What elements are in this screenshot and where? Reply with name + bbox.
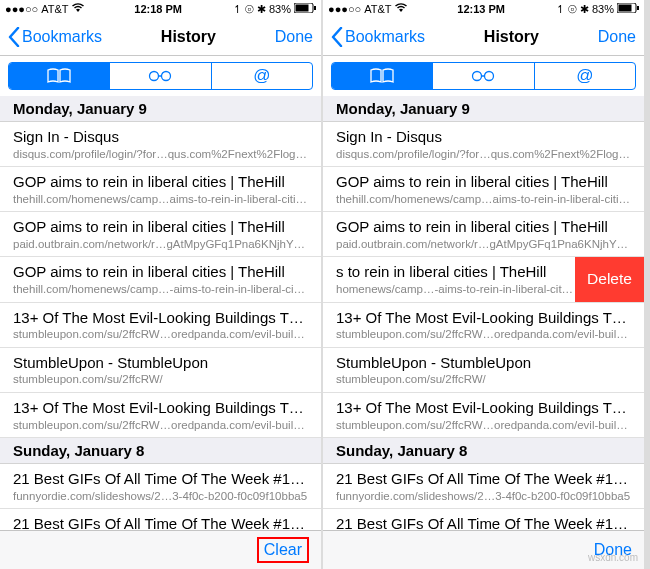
status-time: 12:18 PM <box>134 3 182 15</box>
tab-shared-links[interactable]: @ <box>535 63 635 89</box>
history-row[interactable]: StumbleUpon - StumbleUponstumbleupon.com… <box>0 348 321 393</box>
row-title: 21 Best GIFs Of All Time Of The Week #17… <box>13 515 308 530</box>
row-url: funnyordie.com/slideshows/2…3-4f0c-b200-… <box>336 489 631 503</box>
history-row[interactable]: Sign In - Disqusdisqus.com/profile/login… <box>323 122 644 167</box>
row-title: Sign In - Disqus <box>13 128 308 147</box>
svg-point-3 <box>150 72 159 81</box>
history-row[interactable]: GOP aims to rein in liberal cities | The… <box>323 167 644 212</box>
history-row[interactable]: 21 Best GIFs Of All Time Of The Week #17… <box>0 509 321 530</box>
tab-reading-list[interactable] <box>110 63 211 89</box>
tab-bookmarks[interactable] <box>332 63 433 89</box>
clear-button[interactable]: Clear <box>257 537 309 563</box>
history-row[interactable]: s to rein in liberal cities | TheHillhom… <box>323 257 644 302</box>
row-url: homenews/camp…-aims-to-rein-in-liberal-c… <box>336 282 575 296</box>
bottom-toolbar: Done <box>323 530 644 569</box>
svg-rect-7 <box>618 5 631 12</box>
history-row[interactable]: Sign In - Disqusdisqus.com/profile/login… <box>0 122 321 167</box>
row-title: 21 Best GIFs Of All Time Of The Week #17… <box>336 470 631 489</box>
wifi-icon <box>395 3 407 15</box>
status-bar: ●●●○○ AT&T 12:13 PM ↿ ⦾ ✱ 83% <box>323 0 644 18</box>
svg-rect-1 <box>295 5 308 12</box>
row-url: disqus.com/profile/login/?for…qus.com%2F… <box>336 147 631 161</box>
svg-point-9 <box>473 72 482 81</box>
chevron-left-icon <box>8 27 20 47</box>
section-header: Sunday, January 8 <box>0 438 321 464</box>
nav-bar: Bookmarks History Done <box>0 18 321 56</box>
history-list-right[interactable]: Monday, January 9Sign In - Disqusdisqus.… <box>323 96 644 530</box>
row-title: GOP aims to rein in liberal cities | The… <box>336 218 631 237</box>
carrier-label: AT&T <box>41 3 68 15</box>
segmented-control: @ <box>331 62 636 90</box>
chevron-left-icon <box>331 27 343 47</box>
book-icon <box>369 68 395 84</box>
at-icon: @ <box>253 66 270 86</box>
row-title: StumbleUpon - StumbleUpon <box>13 354 308 373</box>
segmented-control: @ <box>8 62 313 90</box>
tab-shared-links[interactable]: @ <box>212 63 312 89</box>
status-indicators-icon: ↿ ⦾ ✱ <box>556 3 589 16</box>
history-row[interactable]: 13+ Of The Most Evil-Looking Buildings T… <box>0 393 321 438</box>
done-button[interactable]: Done <box>598 28 636 46</box>
svg-point-4 <box>162 72 171 81</box>
row-url: thehill.com/homenews/camp…aims-to-rein-i… <box>336 192 631 206</box>
row-title: 13+ Of The Most Evil-Looking Buildings T… <box>13 309 308 328</box>
section-header: Monday, January 9 <box>323 96 644 122</box>
row-title: GOP aims to rein in liberal cities | The… <box>13 218 308 237</box>
book-icon <box>46 68 72 84</box>
row-title: GOP aims to rein in liberal cities | The… <box>13 173 308 192</box>
carrier-label: AT&T <box>364 3 391 15</box>
history-row[interactable]: 13+ Of The Most Evil-Looking Buildings T… <box>323 303 644 348</box>
signal-dots-icon: ●●●○○ <box>328 3 361 15</box>
battery-icon <box>294 3 316 15</box>
row-title: 21 Best GIFs Of All Time Of The Week #17… <box>336 515 631 530</box>
back-label: Bookmarks <box>345 28 425 46</box>
battery-percent: 83% <box>592 3 614 15</box>
row-url: funnyordie.com/slideshows/2…3-4f0c-b200-… <box>13 489 308 503</box>
history-row[interactable]: 13+ Of The Most Evil-Looking Buildings T… <box>323 393 644 438</box>
at-icon: @ <box>576 66 593 86</box>
page-title: History <box>161 28 216 46</box>
row-title: StumbleUpon - StumbleUpon <box>336 354 631 373</box>
delete-button[interactable]: Delete <box>575 257 644 301</box>
battery-icon <box>617 3 639 15</box>
bottom-toolbar: Clear <box>0 530 321 569</box>
history-list-left[interactable]: Monday, January 9Sign In - Disqusdisqus.… <box>0 96 321 530</box>
right-screenshot: ●●●○○ AT&T 12:13 PM ↿ ⦾ ✱ 83% Bookmarks … <box>323 0 646 569</box>
history-row[interactable]: 21 Best GIFs Of All Time Of The Week #17… <box>323 509 644 530</box>
svg-rect-2 <box>314 6 316 10</box>
battery-percent: 83% <box>269 3 291 15</box>
history-row[interactable]: 21 Best GIFs Of All Time Of The Week #17… <box>323 464 644 509</box>
row-url: thehill.com/homenews/camp…aims-to-rein-i… <box>13 192 308 206</box>
row-title: s to rein in liberal cities | TheHill <box>336 263 575 282</box>
row-url: disqus.com/profile/login/?for…qus.com%2F… <box>13 147 308 161</box>
row-url: thehill.com/homenews/camp…-aims-to-rein-… <box>13 282 308 296</box>
history-row[interactable]: StumbleUpon - StumbleUponstumbleupon.com… <box>323 348 644 393</box>
row-url: stumbleupon.com/su/2ffcRW…oredpanda.com/… <box>336 418 631 432</box>
history-row[interactable]: 13+ Of The Most Evil-Looking Buildings T… <box>0 303 321 348</box>
history-row[interactable]: GOP aims to rein in liberal cities | The… <box>323 212 644 257</box>
row-url: paid.outbrain.com/network/r…gAtMpyGFq1Pn… <box>336 237 631 251</box>
back-button[interactable]: Bookmarks <box>331 27 425 47</box>
history-row[interactable]: 21 Best GIFs Of All Time Of The Week #17… <box>0 464 321 509</box>
done-button[interactable]: Done <box>275 28 313 46</box>
section-header: Monday, January 9 <box>0 96 321 122</box>
history-row[interactable]: GOP aims to rein in liberal cities | The… <box>0 212 321 257</box>
wifi-icon <box>72 3 84 15</box>
row-title: 13+ Of The Most Evil-Looking Buildings T… <box>13 399 308 418</box>
back-label: Bookmarks <box>22 28 102 46</box>
history-row[interactable]: GOP aims to rein in liberal cities | The… <box>0 257 321 302</box>
row-url: paid.outbrain.com/network/r…gAtMpyGFq1Pn… <box>13 237 308 251</box>
row-url: stumbleupon.com/su/2ffcRW/ <box>336 372 631 386</box>
svg-rect-8 <box>637 6 639 10</box>
row-title: GOP aims to rein in liberal cities | The… <box>336 173 631 192</box>
status-time: 12:13 PM <box>457 3 505 15</box>
history-row[interactable]: GOP aims to rein in liberal cities | The… <box>0 167 321 212</box>
tab-reading-list[interactable] <box>433 63 534 89</box>
row-url: stumbleupon.com/su/2ffcRW…oredpanda.com/… <box>13 327 308 341</box>
glasses-icon <box>147 70 173 82</box>
tab-bookmarks[interactable] <box>9 63 110 89</box>
left-screenshot: ●●●○○ AT&T 12:18 PM ↿ ⦾ ✱ 83% Bookmarks … <box>0 0 323 569</box>
svg-point-10 <box>485 72 494 81</box>
nav-bar: Bookmarks History Done <box>323 18 644 56</box>
back-button[interactable]: Bookmarks <box>8 27 102 47</box>
